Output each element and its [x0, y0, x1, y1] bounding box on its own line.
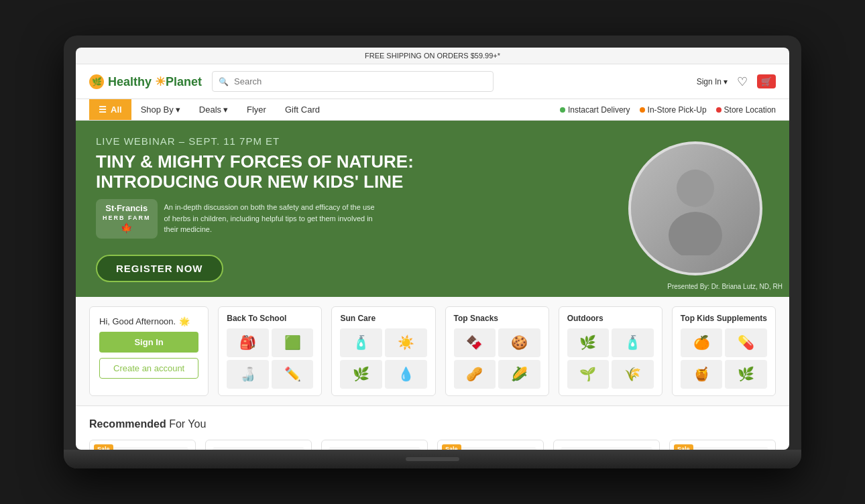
category-card-sun-care[interactable]: Sun Care 🧴 ☀️ 🌿 💧: [331, 306, 435, 396]
svg-point-1: [669, 212, 722, 255]
cat-img-4: 🌽: [498, 360, 540, 389]
cat-img-4: 💧: [385, 360, 427, 389]
hero-subtitle: LIVE WEBINAR – SEPT. 11 7PM ET: [96, 135, 581, 147]
svg-point-0: [677, 170, 714, 207]
cat-img-3: 🥜: [454, 360, 496, 389]
cat-img-3: 🍯: [681, 360, 723, 389]
nav-shop-by[interactable]: Shop By ▾: [131, 99, 190, 120]
search-icon: 🔍: [219, 77, 229, 86]
hero-title: TINY & MIGHTY FORCES OF NATURE: INTRODUC…: [96, 152, 418, 192]
products-row: Sale 💊 💊 🧃 Sale 💊 💊 Sale: [89, 440, 776, 450]
search-input[interactable]: [212, 71, 494, 92]
hero-banner: LIVE WEBINAR – SEPT. 11 7PM ET TINY & MI…: [76, 121, 789, 297]
product-card[interactable]: 🧃: [321, 440, 428, 450]
cart-icon[interactable]: 🛒: [757, 74, 776, 88]
category-images: 🍊 💊 🍯 🌿: [681, 328, 767, 389]
product-card[interactable]: Sale 🌿: [669, 440, 776, 450]
greeting-sign-in-button[interactable]: Sign In: [99, 332, 198, 353]
sign-in-label: Sign In: [697, 77, 722, 86]
instacart-icon: [560, 107, 565, 113]
nav-deals-label: Deals: [199, 105, 221, 115]
all-nav-button[interactable]: ☰ All: [89, 99, 131, 120]
cat-img-4: 🌿: [725, 360, 767, 389]
category-card-kids-supplements[interactable]: Top Kids Supplements 🍊 💊 🍯 🌿: [672, 306, 776, 396]
product-card[interactable]: 💊: [553, 440, 660, 450]
instacart-label: Instacart Delivery: [568, 105, 630, 115]
nav-deals[interactable]: Deals ▾: [190, 99, 237, 120]
presenter-name: Presented By: Dr. Briana Lutz, ND, RH: [667, 283, 783, 290]
header-actions: Sign In ▾ ♡ 🛒: [697, 74, 776, 89]
cat-img-2: 🍪: [498, 328, 540, 357]
site-header: 🌿 Healthy ☀Planet 🔍 Sign In ▾ ♡ 🛒: [76, 64, 789, 99]
cat-img-2: 💊: [725, 328, 767, 357]
store-icon: [640, 107, 645, 113]
laptop-notch: [406, 457, 459, 461]
category-images: 🍫 🍪 🥜 🌽: [454, 328, 540, 389]
nav-flyer[interactable]: Flyer: [237, 99, 276, 120]
cat-img-1: 🌿: [567, 328, 610, 357]
sale-badge: Sale: [442, 444, 461, 450]
hamburger-icon: ☰: [99, 105, 107, 115]
cat-img-3: 🍶: [227, 360, 269, 389]
location-icon: [716, 107, 722, 113]
product-image: 💊: [213, 447, 304, 450]
category-title: Top Snacks: [454, 314, 540, 323]
stfrancis-logo: St·Francis HERB FARM 🍁: [96, 199, 158, 239]
product-image: 🧃: [329, 447, 420, 450]
cat-img-2: ☀️: [385, 328, 427, 357]
nav-giftcard[interactable]: Gift Card: [276, 99, 329, 120]
instore-label: In-Store Pick-Up: [648, 105, 707, 115]
product-card[interactable]: Sale 💊: [89, 440, 196, 450]
hero-content: LIVE WEBINAR – SEPT. 11 7PM ET TINY & MI…: [76, 121, 601, 297]
hero-image-area: Presented By: Dr. Briana Lutz, ND, RH: [601, 121, 789, 297]
navigation-bar: ☰ All Shop By ▾ Deals ▾ Flyer Gift Card …: [76, 99, 789, 121]
cat-img-4: 🌾: [612, 360, 654, 389]
cat-img-2: 🟩: [272, 328, 314, 357]
product-card[interactable]: Sale 💊: [437, 440, 544, 450]
instore-pickup[interactable]: In-Store Pick-Up: [640, 105, 707, 115]
laptop-base: [64, 450, 801, 468]
cat-img-4: ✏️: [272, 360, 314, 389]
category-images: 🎒 🟩 🍶 ✏️: [227, 328, 313, 389]
search-container: 🔍: [212, 71, 494, 92]
cat-img-1: 🍫: [454, 328, 496, 357]
cat-img-2: 🧴: [612, 328, 654, 357]
greeting-text: Hi, Good Afternoon. 🌟: [99, 316, 190, 326]
hero-description: An in-depth discussion on both the safet…: [164, 202, 379, 235]
sale-badge: Sale: [674, 444, 693, 450]
laptop-frame: FREE SHIPPING ON ORDERS $59.99+* 🌿 Healt…: [64, 36, 801, 468]
category-card-top-snacks[interactable]: Top Snacks 🍫 🍪 🥜 🌽: [445, 306, 549, 396]
category-title: Outdoors: [567, 314, 654, 323]
store-location[interactable]: Store Location: [716, 105, 776, 115]
browser-window: FREE SHIPPING ON ORDERS $59.99+* 🌿 Healt…: [76, 48, 789, 450]
product-card[interactable]: 💊: [205, 440, 312, 450]
sign-in-link[interactable]: Sign In ▾: [697, 77, 728, 86]
register-button[interactable]: REGISTER NOW: [96, 255, 223, 282]
shipping-text: FREE SHIPPING ON ORDERS $59.99+*: [365, 52, 500, 60]
category-card-outdoors[interactable]: Outdoors 🌿 🧴 🌱 🌾: [559, 306, 662, 396]
wishlist-icon[interactable]: ♡: [737, 74, 748, 89]
nav-deals-chevron: ▾: [223, 105, 228, 115]
cat-img-1: 🎒: [227, 328, 269, 357]
instacart-delivery[interactable]: Instacart Delivery: [560, 105, 630, 115]
category-section: Hi, Good Afternoon. 🌟 Sign In Create an …: [76, 297, 789, 406]
recommended-section: Recommended For You Sale 💊 💊 🧃 Sale 💊: [76, 406, 789, 450]
presenter-photo: [628, 141, 762, 275]
cat-img-3: 🌱: [567, 360, 610, 389]
wave-emoji: 🌟: [179, 316, 190, 326]
category-card-back-to-school[interactable]: Back To School 🎒 🟩 🍶 ✏️: [218, 306, 322, 396]
section-title: Recommended For You: [89, 418, 776, 430]
create-account-button[interactable]: Create an account: [99, 358, 198, 379]
category-title: Back To School: [227, 314, 313, 323]
all-label: All: [111, 105, 122, 115]
logo-text: Healthy ☀Planet: [108, 74, 202, 89]
hero-brand: St·Francis HERB FARM 🍁 An in-depth discu…: [96, 199, 581, 239]
category-images: 🌿 🧴 🌱 🌾: [567, 328, 654, 389]
cat-img-1: 🧴: [340, 328, 382, 357]
sale-badge: Sale: [94, 444, 113, 450]
cat-img-3: 🌿: [340, 360, 382, 389]
site-logo[interactable]: 🌿 Healthy ☀Planet: [89, 74, 202, 89]
presenter-placeholder: [631, 144, 760, 273]
location-label: Store Location: [724, 105, 776, 115]
nav-right-actions: Instacart Delivery In-Store Pick-Up Stor…: [560, 105, 776, 115]
